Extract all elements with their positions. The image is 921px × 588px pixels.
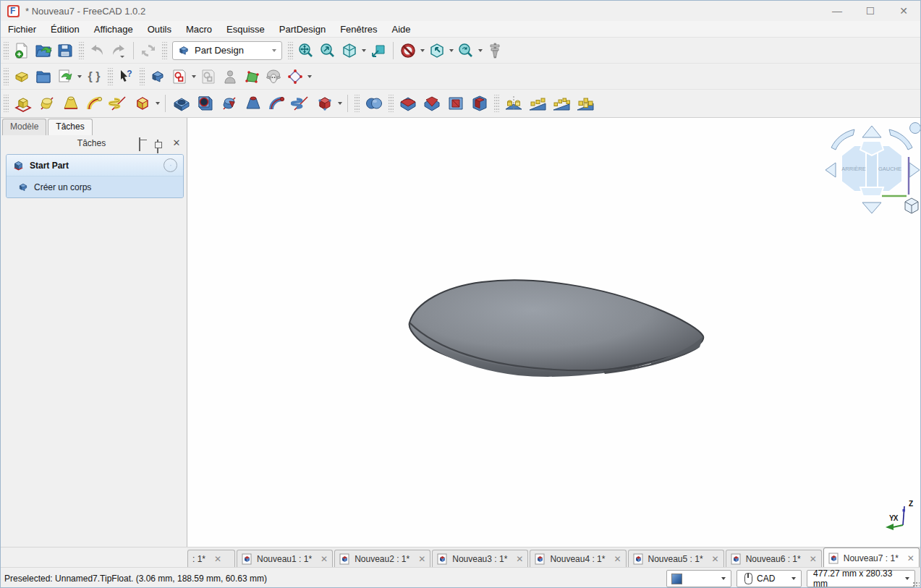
whats-this-button[interactable]: ? xyxy=(115,67,137,87)
draw-style-dropdown[interactable] xyxy=(419,41,426,61)
maximize-button[interactable]: ☐ xyxy=(854,1,887,21)
float-panel-icon[interactable] xyxy=(155,138,166,148)
3d-viewport[interactable]: ARRIÈRE GAUCHE Z YX xyxy=(187,118,921,547)
tab-close-icon[interactable]: ✕ xyxy=(712,554,719,564)
open-document-button[interactable] xyxy=(33,41,54,61)
render-style-selector[interactable] xyxy=(666,570,731,587)
linear-pattern-button[interactable] xyxy=(525,92,549,115)
menu-aide[interactable]: Aide xyxy=(384,22,417,36)
chamfer-button[interactable] xyxy=(420,92,443,115)
subtractive-primitive-button[interactable] xyxy=(313,92,336,115)
menu-fenetres[interactable]: Fenêtres xyxy=(333,22,384,36)
subtractive-primitive-dropdown[interactable] xyxy=(336,93,344,114)
menu-partdesign[interactable]: PartDesign xyxy=(272,22,333,36)
workbench-selector[interactable]: Part Design xyxy=(172,41,282,60)
menu-fichier[interactable]: Fichier xyxy=(1,22,43,36)
subtractive-loft-button[interactable] xyxy=(241,92,265,115)
multitransform-button[interactable] xyxy=(573,92,597,115)
toolbar-grip[interactable] xyxy=(162,42,167,59)
create-body-button[interactable] xyxy=(147,67,169,87)
toolbar-grip[interactable] xyxy=(140,68,145,85)
tab-modele[interactable]: Modèle xyxy=(2,119,46,135)
pad-button[interactable] xyxy=(11,92,35,115)
menu-esquisse[interactable]: Esquisse xyxy=(219,22,272,36)
create-datum-button[interactable] xyxy=(241,67,263,87)
document-tab[interactable]: Nouveau5 : 1* ✕ xyxy=(628,550,724,568)
additive-helix-button[interactable] xyxy=(106,92,130,115)
axonometric-view-dropdown[interactable] xyxy=(360,41,368,61)
rotate-view-dropdown[interactable] xyxy=(448,41,455,61)
toolbar-grip[interactable] xyxy=(355,95,360,112)
navigation-style-selector[interactable]: CAD xyxy=(737,570,802,587)
toolbar-grip[interactable] xyxy=(494,95,499,112)
expression-editor-button[interactable]: { } xyxy=(83,67,105,87)
toolbar-grip[interactable] xyxy=(108,68,113,85)
additive-primitive-button[interactable] xyxy=(130,92,154,115)
hole-button[interactable] xyxy=(193,92,217,115)
toolbar-grip[interactable] xyxy=(4,42,9,59)
zoom-tools-button[interactable] xyxy=(455,41,477,61)
axonometric-view-button[interactable] xyxy=(339,41,360,61)
minimize-button[interactable]: — xyxy=(820,1,854,21)
dock-panel-icon[interactable] xyxy=(139,138,150,148)
fit-all-button[interactable] xyxy=(295,41,317,61)
document-tab[interactable]: Nouveau1 : 1* ✕ xyxy=(237,550,333,568)
tab-close-icon[interactable]: ✕ xyxy=(907,553,914,563)
toolbar-grip[interactable] xyxy=(79,42,84,59)
document-tab[interactable]: Nouveau6 : 1* ✕ xyxy=(726,550,822,568)
document-tab-overflow[interactable]: : 1* ✕ xyxy=(187,550,235,568)
additive-pipe-button[interactable] xyxy=(82,92,106,115)
collapse-section-button[interactable] xyxy=(164,158,177,172)
menu-macro[interactable]: Macro xyxy=(179,22,219,36)
draft-button[interactable] xyxy=(443,92,467,115)
refresh-button[interactable] xyxy=(137,41,159,61)
fit-selection-button[interactable] xyxy=(317,41,339,61)
edit-sketch-button[interactable] xyxy=(198,67,219,87)
new-document-button[interactable] xyxy=(11,41,33,61)
navigation-cube[interactable]: ARRIÈRE GAUCHE xyxy=(821,119,921,224)
tab-close-icon[interactable]: ✕ xyxy=(516,554,523,564)
undo-button[interactable] xyxy=(86,41,108,61)
window-resize-grip[interactable] xyxy=(912,581,920,588)
tab-close-icon[interactable]: ✕ xyxy=(321,554,328,564)
create-sketch-button[interactable] xyxy=(169,67,190,87)
create-group-button[interactable] xyxy=(33,67,54,87)
thickness-button[interactable] xyxy=(467,92,491,115)
toolbar-grip[interactable] xyxy=(4,68,9,85)
create-body-task[interactable]: Créer un corps xyxy=(7,176,183,197)
toolbar-grip[interactable] xyxy=(288,42,293,59)
shape-binder-dropdown[interactable] xyxy=(306,67,313,87)
document-tab-active[interactable]: Nouveau7 : 1* ✕ xyxy=(823,547,920,568)
save-button[interactable] xyxy=(54,41,76,61)
groove-button[interactable] xyxy=(217,92,241,115)
document-tab[interactable]: Nouveau2 : 1* ✕ xyxy=(334,550,430,568)
fillet-button[interactable] xyxy=(396,92,420,115)
rotate-view-button[interactable] xyxy=(426,41,448,61)
measure-button[interactable] xyxy=(484,41,506,61)
menu-outils[interactable]: Outils xyxy=(140,22,179,36)
align-to-selection-button[interactable] xyxy=(368,41,389,61)
view-dimensions-selector[interactable]: 477.27 mm x 280.33 mm xyxy=(807,570,915,587)
create-sketch-dropdown[interactable] xyxy=(190,67,198,87)
tab-close-icon[interactable]: ✕ xyxy=(214,554,221,564)
subtractive-pipe-button[interactable] xyxy=(265,92,289,115)
close-panel-icon[interactable]: ✕ xyxy=(171,138,182,148)
validate-sketch-button[interactable] xyxy=(219,67,241,87)
boolean-operation-button[interactable] xyxy=(362,92,386,115)
tab-taches[interactable]: Tâches xyxy=(48,119,92,135)
pocket-button[interactable] xyxy=(169,92,193,115)
toolbar-grip[interactable] xyxy=(4,95,9,112)
tab-close-icon[interactable]: ✕ xyxy=(810,554,817,564)
document-tab[interactable]: Nouveau4 : 1* ✕ xyxy=(530,550,626,568)
create-part-button[interactable] xyxy=(11,67,33,87)
create-clone-button[interactable] xyxy=(263,67,284,87)
shape-binder-button[interactable] xyxy=(284,67,306,87)
model-3d-shape[interactable] xyxy=(408,278,708,385)
draw-style-button[interactable] xyxy=(397,41,419,61)
tab-close-icon[interactable]: ✕ xyxy=(614,554,621,564)
tab-close-icon[interactable]: ✕ xyxy=(418,554,425,564)
close-button[interactable]: ✕ xyxy=(887,1,920,21)
mirrored-button[interactable] xyxy=(501,92,525,115)
additive-loft-button[interactable] xyxy=(59,92,82,115)
menu-edition[interactable]: Édition xyxy=(43,22,87,36)
